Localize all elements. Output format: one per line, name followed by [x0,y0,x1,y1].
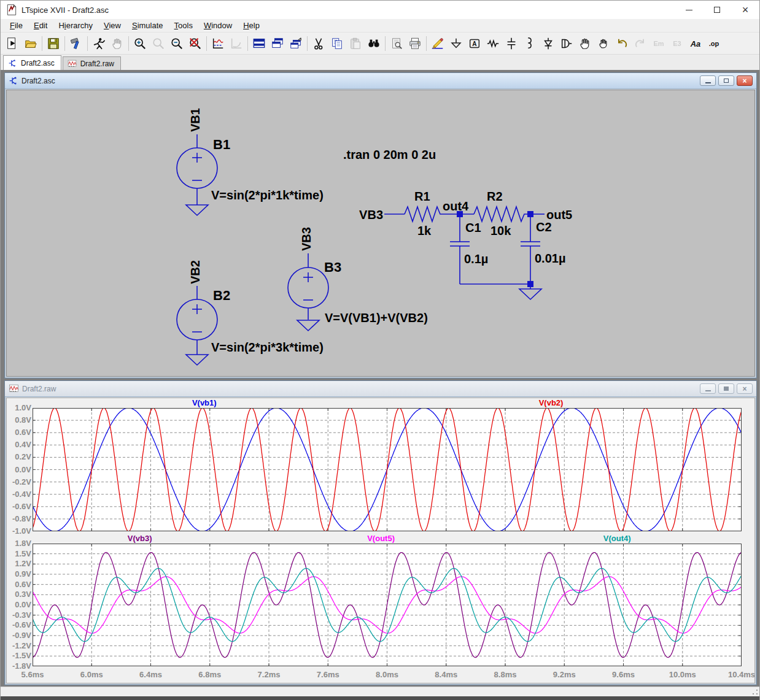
folder-open-icon [24,37,37,50]
toolbar-control-panel-button[interactable] [67,34,85,53]
menu-tools[interactable]: Tools [169,20,198,31]
copy-icon [330,37,344,50]
paste-icon [349,37,362,50]
waveform-restore-button[interactable] [718,383,734,394]
b3-ref[interactable]: B3 [324,260,341,275]
trace-label-vout5[interactable]: V(out5) [367,534,395,543]
wire-net[interactable] [384,214,545,289]
component-c2[interactable] [521,242,540,246]
toolbar-open-button[interactable] [21,34,40,53]
toolbar-text-button[interactable]: Aa [686,34,705,53]
toolbar-zoom-full-extents-button[interactable] [186,34,204,53]
schematic-restore-button[interactable] [718,75,734,86]
tab-draft2-asc[interactable]: Draft2.asc [3,55,61,70]
c2-value[interactable]: 0.01µ [535,252,565,265]
b1-net-label[interactable]: VB1 [188,108,202,132]
toolbar-place-ground-button[interactable] [447,34,465,53]
net-label-out5[interactable]: out5 [546,208,572,221]
component-c1[interactable] [450,242,470,246]
toolbar-find-button[interactable] [365,34,383,53]
close-button[interactable]: × [731,1,759,19]
plot-pane-2[interactable] [33,544,742,666]
c2-ref[interactable]: C2 [536,220,552,234]
toolbar-undo-button[interactable] [613,34,631,53]
tab-draft2-raw[interactable]: Draft2.raw [63,56,121,70]
r2-value[interactable]: 10k [491,224,511,237]
net-label-out4[interactable]: out4 [443,199,469,213]
maximize-button[interactable] [703,1,731,19]
menu-view[interactable]: View [98,20,126,31]
node-out5[interactable] [527,211,533,217]
toolbar-print-preview-button[interactable] [387,34,406,53]
waveform-window-title-bar[interactable]: Draft2.raw × [5,381,756,397]
toolbar-mirror-button: Em [649,34,668,53]
schematic-minimize-button[interactable] [700,75,716,86]
node-gnd[interactable] [527,281,533,287]
r1-ref[interactable]: R1 [414,190,430,203]
component-r2[interactable] [474,207,527,221]
toolbar-separator [307,36,308,51]
b3-value[interactable]: V=V(VB1)+V(VB2) [325,311,428,325]
toolbar-autorange-plot-button[interactable] [209,34,227,53]
plot-pane-1[interactable] [33,408,742,531]
toolbar-place-component-button[interactable] [557,34,576,53]
b2-ref[interactable]: B2 [213,288,230,303]
waveform-close-button[interactable]: × [737,383,753,394]
menu-simulate[interactable]: Simulate [126,20,169,31]
toolbar-new-schematic-button[interactable] [3,34,21,53]
svg-text:E3: E3 [673,40,681,47]
toolbar-tile-windows-button[interactable] [250,34,268,53]
toolbar-place-inductor-button[interactable] [521,34,539,53]
schematic-close-button[interactable]: × [737,75,753,86]
b3-net-label[interactable]: VB3 [300,227,313,251]
x-tick-label: 8.4ms [427,670,466,679]
component-b1[interactable] [177,134,217,215]
toolbar-save-button[interactable] [44,34,63,53]
trace-label-vvb1[interactable]: V(vb1) [192,398,217,407]
net-label-vb3[interactable]: VB3 [359,208,383,221]
toolbar-zoom-in-button[interactable] [131,34,149,53]
toolbar-net-label-button[interactable]: A [465,34,484,53]
toolbar-cascade-windows-button[interactable] [268,34,287,53]
app-title-bar[interactable]: LTspice XVII - Draft2.asc × [1,1,759,19]
toolbar-move-button[interactable] [576,34,594,53]
r1-value[interactable]: 1k [417,224,432,237]
schematic-window-title-bar[interactable]: Draft2.asc × [5,73,756,89]
resize-grip-icon[interactable] [752,689,758,695]
ground-symbol[interactable] [519,289,541,299]
menu-hierarchy[interactable]: Hierarchy [53,20,98,31]
b1-value[interactable]: V=sin(2*pi*1k*time) [211,188,324,202]
b1-ref[interactable]: B1 [213,137,230,152]
b2-net-label[interactable]: VB2 [188,260,202,284]
r2-ref[interactable]: R2 [487,190,503,203]
trace-label-vout4[interactable]: V(out4) [603,534,631,543]
spice-directive-text[interactable]: .tran 0 20m 0 2u [343,148,436,161]
toolbar-place-diode-button[interactable] [539,34,557,53]
waveform-plot-area[interactable]: V(vb1)V(vb2)1.0V0.8V0.6V0.4V0.2V0.0V-0.2… [6,398,755,683]
component-r1[interactable] [405,207,443,221]
c1-ref[interactable]: C1 [465,221,481,234]
schematic-canvas[interactable]: B1 VB1 V=sin(2*pi*1k*time) B2 VB2 V=sin(… [6,90,755,377]
toolbar-place-resistor-button[interactable] [484,34,502,53]
toolbar-run-button[interactable] [90,34,108,53]
b2-value[interactable]: V=sin(2*pi*3k*time) [211,340,324,354]
toolbar-cut-button[interactable] [309,34,328,53]
toolbar-print-button[interactable] [406,34,424,53]
toolbar-draw-wire-button[interactable] [428,34,447,53]
toolbar-spice-directive-button[interactable]: .op [705,34,723,53]
component-b3[interactable] [288,253,328,331]
menu-help[interactable]: Help [238,20,265,31]
minimize-button[interactable] [675,1,703,19]
toolbar-cascade-restore-button[interactable] [287,34,305,53]
menu-window[interactable]: Window [198,20,238,31]
toolbar-copy-button[interactable] [328,34,346,53]
menu-file[interactable]: File [4,20,28,31]
trace-label-vvb2[interactable]: V(vb2) [539,398,564,407]
toolbar-place-capacitor-button[interactable] [502,34,521,53]
toolbar-zoom-out-button[interactable] [168,34,186,53]
c1-value[interactable]: 0.1µ [464,252,488,266]
toolbar-drag-button[interactable] [594,34,613,53]
menu-edit[interactable]: Edit [28,20,53,31]
trace-label-vvb3[interactable]: V(vb3) [128,534,152,543]
waveform-minimize-button[interactable] [700,383,716,394]
